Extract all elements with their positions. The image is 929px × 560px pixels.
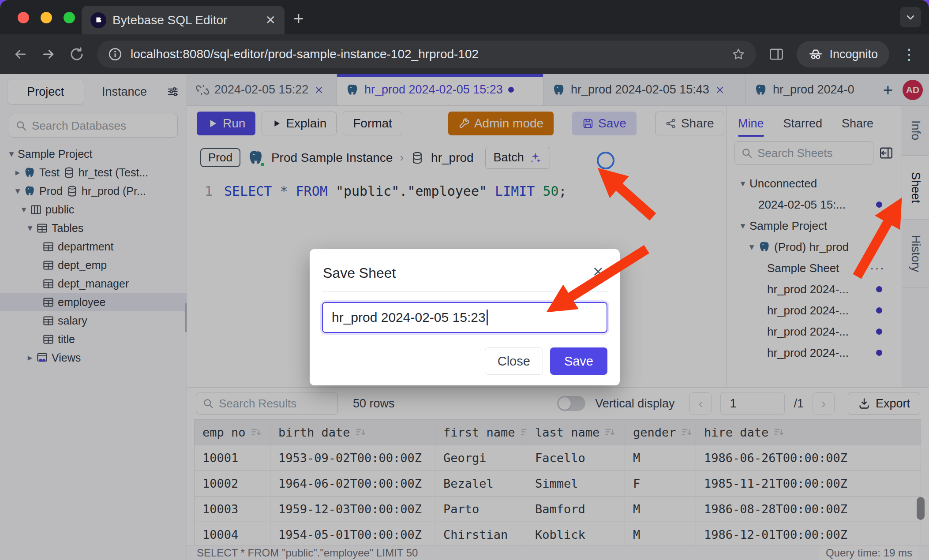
bytebase-favicon — [90, 12, 106, 28]
new-tab-button[interactable]: + — [293, 10, 303, 27]
dialog-title: Save Sheet — [323, 265, 396, 281]
site-info-icon[interactable] — [108, 47, 123, 62]
browser-toolbar: localhost:8080/sql-editor/prod-sample-in… — [0, 34, 929, 74]
tab-close-icon[interactable]: ✕ — [266, 14, 276, 26]
window-controls — [18, 12, 75, 23]
incognito-badge: Incognito — [797, 41, 889, 67]
save-sheet-dialog: Save Sheet hr_prod 2024-02-05 15:23 Clos… — [310, 249, 620, 385]
forward-icon[interactable] — [41, 46, 56, 62]
close-window-button[interactable] — [18, 12, 29, 23]
text-caret — [487, 310, 488, 325]
close-button[interactable]: Close — [485, 347, 543, 375]
browser-tab-title: Bytebase SQL Editor — [112, 13, 259, 27]
dialog-close-icon[interactable] — [592, 265, 605, 278]
sheet-name-input[interactable]: hr_prod 2024-02-05 15:23 — [322, 302, 607, 333]
minimize-window-button[interactable] — [41, 12, 52, 23]
browser-window: Bytebase SQL Editor ✕ + localhost:8080/s… — [0, 0, 929, 560]
back-icon[interactable] — [12, 46, 28, 62]
address-bar[interactable]: localhost:8080/sql-editor/prod-sample-in… — [97, 41, 756, 68]
chevron-down-icon — [904, 11, 917, 23]
maximize-window-button[interactable] — [64, 12, 75, 23]
browser-tabstrip: Bytebase SQL Editor ✕ + — [0, 0, 929, 34]
incognito-icon — [808, 47, 823, 62]
browser-menu-icon[interactable]: ⋮ — [902, 47, 917, 62]
side-panel-icon[interactable] — [768, 46, 784, 62]
sql-editor-app: Project Instance ▾Sample Project▸Testhr_… — [0, 74, 929, 560]
incognito-label: Incognito — [829, 48, 878, 61]
sheet-name-value: hr_prod 2024-02-05 15:23 — [332, 310, 486, 325]
bookmark-star-icon[interactable] — [731, 47, 745, 61]
dialog-save-button[interactable]: Save — [550, 347, 607, 375]
reload-icon[interactable] — [69, 46, 85, 62]
dialog-divider — [322, 291, 607, 292]
url-text[interactable]: localhost:8080/sql-editor/prod-sample-in… — [131, 47, 723, 61]
tab-search-button[interactable] — [900, 7, 921, 27]
browser-tab[interactable]: Bytebase SQL Editor ✕ — [82, 6, 285, 34]
